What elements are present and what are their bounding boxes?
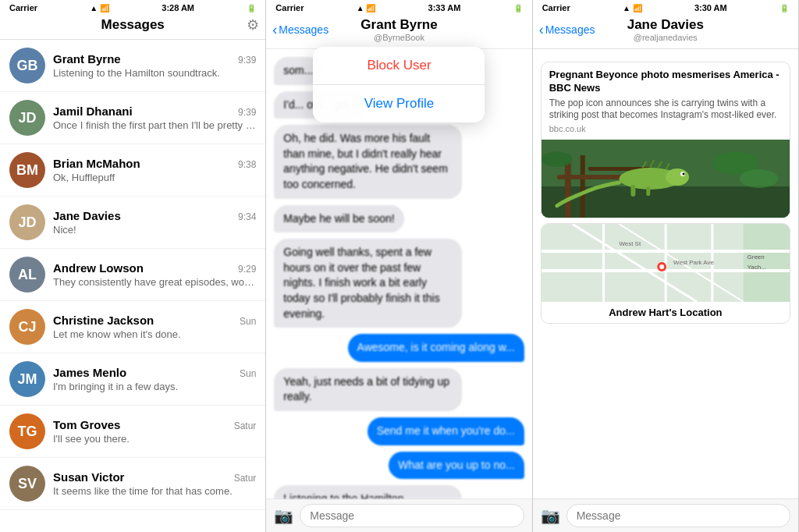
- map-card[interactable]: West St West Park Ave Green Yach... Andr…: [541, 223, 790, 324]
- avatar-grant: GB: [9, 48, 45, 83]
- avatar-jane: JD: [9, 204, 45, 240]
- contact-item-christine[interactable]: CJ Christine Jackson Sun Let me know whe…: [0, 301, 265, 353]
- message-time-andrew: 9:29: [238, 264, 256, 275]
- page-title-panel1: Messages: [101, 17, 165, 33]
- contact-item-jane[interactable]: JD Jane Davies 9:34 Nice!: [0, 197, 265, 249]
- contact-name-christine: Christine Jackson: [53, 314, 154, 327]
- jane-chat-area: Pregnant Beyonce photo mesmerises Americ…: [533, 49, 798, 498]
- message-time-james: Sun: [240, 368, 256, 379]
- contact-name-tom: Tom Groves: [53, 418, 120, 431]
- message-preview-jane: Nice!: [53, 224, 256, 236]
- message-input-panel3[interactable]: [566, 504, 790, 527]
- message-content-jane: Jane Davies 9:34 Nice!: [53, 209, 256, 236]
- contact-item-tom[interactable]: TG Tom Groves Satur I'll see you there.: [0, 406, 265, 458]
- message-preview-james: I'm bringing it in a few days.: [53, 381, 256, 392]
- avatar-james: JM: [9, 361, 45, 397]
- status-bar-panel3: Carrier ▲ 📶 3:30 AM 🔋: [533, 0, 798, 14]
- message-content-grant: Grant Byrne 9:39 Listening to the Hamilt…: [53, 52, 256, 79]
- bbc-link-card[interactable]: Pregnant Beyonce photo mesmerises Americ…: [541, 62, 790, 218]
- map-image: West St West Park Ave Green Yach...: [542, 224, 790, 302]
- contact-name-brian: Brian McMahon: [53, 157, 140, 170]
- view-profile-button[interactable]: View Profile: [313, 85, 485, 122]
- message-time-jamil: 9:39: [238, 107, 256, 118]
- message-content-brian: Brian McMahon 9:38 Ok, Hufflepuff: [53, 157, 256, 183]
- message-preview-tom: I'll see you there.: [53, 433, 256, 445]
- iguana-image-svg: [542, 140, 790, 218]
- message-preview-christine: Let me know when it's done.: [53, 328, 256, 340]
- svg-rect-10: [630, 185, 635, 197]
- back-button-panel3[interactable]: ‹ Messages: [539, 22, 595, 38]
- settings-button[interactable]: ⚙: [247, 16, 259, 34]
- message-content-susan: Susan Victor Satur It seems like the tim…: [53, 470, 256, 497]
- contact-name-jane: Jane Davies: [53, 209, 121, 222]
- camera-button-panel3[interactable]: 📷: [541, 506, 560, 525]
- nav-bar-panel3: ‹ Messages Jane Davies @realjanedavies: [533, 14, 798, 49]
- map-label: Andrew Hart's Location: [542, 302, 790, 323]
- contact-item-james[interactable]: JM James Menlo Sun I'm bringing it in a …: [0, 353, 265, 406]
- message-preview-brian: Ok, Hufflepuff: [53, 172, 256, 183]
- svg-rect-11: [646, 186, 650, 196]
- message-preview-grant: Listening to the Hamilton soundtrack.: [53, 67, 256, 79]
- svg-rect-1: [542, 186, 790, 218]
- link-card-description: The pop icon announces she is carrying t…: [549, 98, 782, 122]
- svg-text:West St: West St: [619, 240, 641, 247]
- message-preview-susan: It seems like the time for that has come…: [53, 485, 256, 497]
- time-panel3: 3:30 AM: [694, 3, 727, 12]
- message-time-tom: Satur: [234, 420, 257, 431]
- link-card-text: Pregnant Beyonce photo mesmerises Americ…: [542, 62, 790, 140]
- contact-name-grant: Grant Byrne: [53, 52, 121, 66]
- svg-text:West Park Ave: West Park Ave: [673, 259, 714, 266]
- svg-text:Green: Green: [747, 254, 764, 261]
- block-user-button[interactable]: Block User: [313, 47, 485, 85]
- svg-point-9: [682, 173, 684, 176]
- avatar-andrew: AL: [9, 257, 45, 293]
- message-time-grant: 9:39: [238, 55, 256, 66]
- message-content-christine: Christine Jackson Sun Let me know when i…: [53, 314, 256, 340]
- contact-name-panel3: Jane Davies: [627, 17, 704, 33]
- chevron-icon-panel3: ‹: [539, 22, 544, 38]
- avatar-brian: BM: [9, 152, 45, 188]
- avatar-susan: SV: [9, 466, 45, 502]
- time-panel1: 3:28 AM: [162, 3, 194, 12]
- message-content-jamil: Jamil Dhanani 9:39 Once I finish the fir…: [53, 105, 256, 131]
- contact-item-grant[interactable]: GB Grant Byrne 9:39 Listening to the Ham…: [0, 40, 265, 92]
- contact-item-susan[interactable]: SV Susan Victor Satur It seems like the …: [0, 458, 265, 510]
- message-time-susan: Satur: [234, 473, 257, 484]
- link-card-domain: bbc.co.uk: [549, 124, 782, 133]
- contact-name-jamil: Jamil Dhanani: [53, 105, 133, 118]
- svg-rect-2: [564, 163, 570, 218]
- svg-point-7: [666, 168, 689, 186]
- chat-panel: Carrier ▲ 📶 3:33 AM 🔋 ‹ Messages Grant B…: [266, 0, 532, 532]
- input-bar-panel3: 📷: [533, 498, 798, 532]
- map-svg: West St West Park Ave Green Yach...: [542, 224, 790, 302]
- contact-header-panel3: Jane Davies @realjanedavies: [627, 17, 704, 42]
- contact-item-jamil[interactable]: JD Jamil Dhanani 9:39 Once I finish the …: [0, 92, 265, 144]
- svg-point-13: [739, 169, 778, 188]
- svg-text:Yach...: Yach...: [747, 264, 765, 271]
- carrier-panel3: Carrier: [542, 3, 570, 12]
- message-preview-andrew: They consistently have great episodes, w…: [53, 276, 256, 288]
- status-bar-panel1: Carrier ▲ 📶 3:28 AM 🔋: [0, 0, 265, 14]
- message-time-jane: 9:34: [238, 211, 256, 222]
- messages-list-panel: Carrier ▲ 📶 3:28 AM 🔋 ⚙ Messages GB Gran…: [0, 0, 266, 532]
- link-card-title: Pregnant Beyonce photo mesmerises Americ…: [549, 69, 782, 95]
- svg-point-30: [659, 264, 664, 269]
- contact-name-james: James Menlo: [53, 366, 126, 379]
- contact-item-brian[interactable]: BM Brian McMahon 9:38 Ok, Hufflepuff: [0, 144, 265, 197]
- message-time-christine: Sun: [240, 316, 256, 327]
- carrier-panel1: Carrier: [9, 3, 37, 12]
- contact-item-andrew[interactable]: AL Andrew Lowson 9:29 They consistently …: [0, 249, 265, 301]
- contact-name-susan: Susan Victor: [53, 470, 124, 484]
- message-content-tom: Tom Groves Satur I'll see you there.: [53, 418, 256, 445]
- messages-list: GB Grant Byrne 9:39 Listening to the Ham…: [0, 40, 265, 532]
- avatar-jamil: JD: [9, 100, 45, 136]
- message-time-brian: 9:38: [238, 159, 256, 170]
- modal-overlay: Block User View Profile: [266, 0, 531, 532]
- message-content-andrew: Andrew Lowson 9:29 They consistently hav…: [53, 261, 256, 288]
- svg-point-14: [542, 151, 573, 167]
- message-preview-jamil: Once I finish the first part then I'll b…: [53, 119, 256, 131]
- svg-rect-3: [580, 155, 584, 218]
- avatar-christine: CJ: [9, 309, 45, 345]
- jane-chat-panel: Carrier ▲ 📶 3:30 AM 🔋 ‹ Messages Jane Da…: [533, 0, 799, 532]
- modal-box: Block User View Profile: [313, 47, 485, 122]
